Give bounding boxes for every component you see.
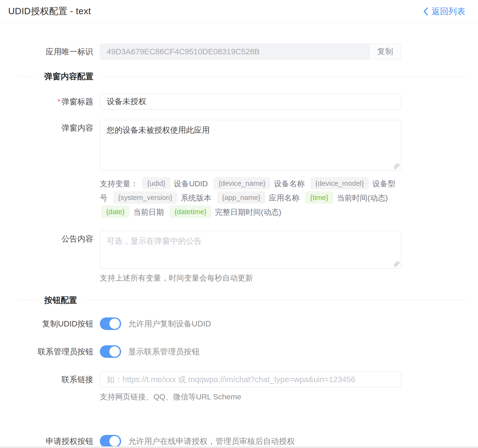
popup-title-input[interactable] <box>100 94 401 110</box>
popup-content-textarea[interactable]: 您的设备未被授权使用此应用 <box>100 120 401 171</box>
variable-tag-date: {date} <box>101 206 129 218</box>
page-bottom-edge <box>0 446 478 448</box>
contact-admin-toggle-row: 联系管理员按钮 显示联系管理员按钮 <box>0 345 478 358</box>
copy-udid-toggle-desc: 允许用户复制设备UDID <box>128 317 211 330</box>
popup-content-row: 弹窗内容 您的设备未被授权使用此应用 支持变量：{udid}设备UDID{dev… <box>0 120 478 219</box>
popup-title-label: *弹窗标题 <box>0 94 100 110</box>
app-id-input[interactable] <box>100 44 369 59</box>
contact-admin-toggle[interactable] <box>100 345 121 358</box>
toggle-knob <box>109 436 120 446</box>
app-id-input-group: 复制 <box>100 44 401 60</box>
page-header: UDID授权配置 - text 返回列表 <box>0 0 478 23</box>
variable-desc: 系统版本 <box>181 194 211 202</box>
announcement-row: 公告内容 支持上述所有变量，时间变量会每秒自动更新 <box>0 231 478 283</box>
announcement-help: 支持上述所有变量，时间变量会每秒自动更新 <box>100 273 401 283</box>
section-title-buttons: 按钮配置 <box>44 295 77 306</box>
contact-link-help: 支持网页链接、QQ、微信等URL Scheme <box>100 392 401 402</box>
variable-tag-system-version: {system_version} <box>113 191 177 204</box>
contact-link-input[interactable] <box>100 372 401 387</box>
copy-udid-toggle-row: 复制UDID按钮 允许用户复制设备UDID <box>0 317 478 330</box>
section-title-popup: 弹窗内容配置 <box>44 71 94 82</box>
copy-udid-toggle[interactable] <box>100 317 121 330</box>
variable-desc: 设备UDID <box>174 179 208 188</box>
divider-line <box>85 300 465 300</box>
app-id-label: 应用唯一标识 <box>0 44 100 60</box>
variable-tag-app-name: {app_name} <box>217 191 265 204</box>
divider-line <box>19 76 37 77</box>
variable-tag-device-model: {device_model} <box>311 177 369 189</box>
contact-link-row: 联系链接 支持网页链接、QQ、微信等URL Scheme <box>0 372 478 402</box>
page-title: UDID授权配置 - text <box>8 5 91 17</box>
variables-prefix: 支持变量： <box>100 179 138 188</box>
toggle-knob <box>109 346 120 357</box>
section-divider-buttons: 按钮配置 <box>19 295 465 306</box>
chevron-left-icon <box>423 7 429 16</box>
back-to-list-link[interactable]: 返回列表 <box>423 6 465 17</box>
apply-auth-toggle-desc: 允许用户在线申请授权，管理员审核后自动授权 <box>128 435 295 447</box>
announcement-textarea[interactable] <box>100 231 401 269</box>
apply-auth-toggle[interactable] <box>100 435 121 447</box>
toggle-knob <box>109 319 120 329</box>
udid-config-form: 应用唯一标识 复制 弹窗内容配置 *弹窗标题 弹窗内容 您的设备未被授权使用此应… <box>0 23 478 447</box>
required-asterisk: * <box>57 97 60 106</box>
back-link-label: 返回列表 <box>432 6 465 17</box>
copy-udid-toggle-label: 复制UDID按钮 <box>0 317 100 330</box>
contact-admin-toggle-desc: 显示联系管理员按钮 <box>128 345 200 358</box>
variable-desc: 当前时间(动态) <box>337 194 388 202</box>
variable-desc: 完整日期时间(动态) <box>215 208 281 216</box>
announcement-label: 公告内容 <box>0 231 100 247</box>
divider-line <box>19 300 37 300</box>
contact-admin-toggle-label: 联系管理员按钮 <box>0 345 100 358</box>
variable-tag-time: {time} <box>305 191 333 204</box>
popup-title-row: *弹窗标题 <box>0 94 478 110</box>
divider-line <box>101 76 465 77</box>
variable-hints: 支持变量：{udid}设备UDID{device_name}设备名称{devic… <box>100 177 401 219</box>
apply-auth-toggle-label: 申请授权按钮 <box>0 435 100 447</box>
app-id-row: 应用唯一标识 复制 <box>0 44 478 60</box>
copy-app-id-button[interactable]: 复制 <box>369 44 401 59</box>
section-divider-popup: 弹窗内容配置 <box>19 71 465 82</box>
variable-tag-device-name: {device_name} <box>214 177 270 189</box>
variable-desc: 设备名称 <box>274 179 305 188</box>
popup-content-label: 弹窗内容 <box>0 120 100 136</box>
variable-desc: 当前日期 <box>133 208 164 216</box>
contact-link-label: 联系链接 <box>0 372 100 387</box>
apply-auth-toggle-row: 申请授权按钮 允许用户在线申请授权，管理员审核后自动授权 <box>0 435 478 447</box>
variable-tag-udid: {udid} <box>142 177 170 189</box>
variable-tag-datetime: {datetime} <box>170 206 211 218</box>
variable-desc: 应用名称 <box>269 194 299 202</box>
